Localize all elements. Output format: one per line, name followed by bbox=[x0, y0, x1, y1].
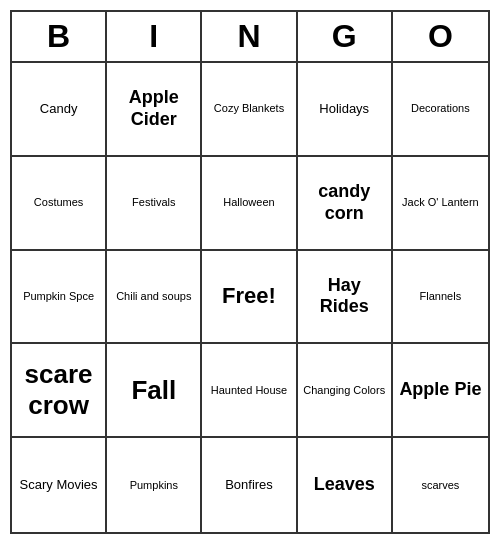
bingo-cell: Pumpkin Spce bbox=[12, 251, 107, 345]
bingo-cell: Haunted House bbox=[202, 344, 297, 438]
bingo-cell: Free! bbox=[202, 251, 297, 345]
bingo-cell: Bonfires bbox=[202, 438, 297, 532]
bingo-cell: Pumpkins bbox=[107, 438, 202, 532]
bingo-cell: Leaves bbox=[298, 438, 393, 532]
bingo-cell: scare crow bbox=[12, 344, 107, 438]
bingo-cell: Changing Colors bbox=[298, 344, 393, 438]
header-letter: N bbox=[202, 12, 297, 61]
bingo-cell: Halloween bbox=[202, 157, 297, 251]
header-letter: G bbox=[298, 12, 393, 61]
bingo-cell: Candy bbox=[12, 63, 107, 157]
bingo-cell: Jack O' Lantern bbox=[393, 157, 488, 251]
header-letter: B bbox=[12, 12, 107, 61]
bingo-header: BINGO bbox=[12, 12, 488, 63]
bingo-cell: Holidays bbox=[298, 63, 393, 157]
bingo-cell: Apple Pie bbox=[393, 344, 488, 438]
bingo-card: BINGO CandyApple CiderCozy BlanketsHolid… bbox=[10, 10, 490, 534]
bingo-cell: Chili and soups bbox=[107, 251, 202, 345]
bingo-cell: Fall bbox=[107, 344, 202, 438]
bingo-cell: Festivals bbox=[107, 157, 202, 251]
bingo-cell: Flannels bbox=[393, 251, 488, 345]
bingo-cell: Scary Movies bbox=[12, 438, 107, 532]
header-letter: I bbox=[107, 12, 202, 61]
bingo-cell: Apple Cider bbox=[107, 63, 202, 157]
bingo-cell: scarves bbox=[393, 438, 488, 532]
header-letter: O bbox=[393, 12, 488, 61]
bingo-cell: Decorations bbox=[393, 63, 488, 157]
bingo-cell: Hay Rides bbox=[298, 251, 393, 345]
bingo-cell: Costumes bbox=[12, 157, 107, 251]
bingo-cell: candy corn bbox=[298, 157, 393, 251]
bingo-grid: CandyApple CiderCozy BlanketsHolidaysDec… bbox=[12, 63, 488, 532]
bingo-cell: Cozy Blankets bbox=[202, 63, 297, 157]
